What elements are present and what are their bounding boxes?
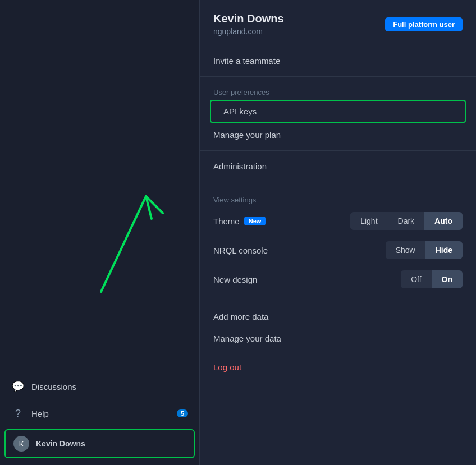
manage-plan-label: Manage your plan (213, 130, 281, 140)
administration-label: Administration (213, 162, 267, 171)
help-badge: 5 (177, 409, 188, 417)
administration-section: Administration (200, 151, 476, 182)
nrql-hide-btn[interactable]: Hide (425, 241, 463, 259)
sidebar-username: Kevin Downs (36, 439, 85, 448)
discussions-icon: 💬 (11, 380, 25, 393)
user-header-info: Kevin Downs ngupland.com (213, 12, 284, 36)
api-keys-item[interactable]: API keys (210, 100, 466, 123)
user-header: Kevin Downs ngupland.com Full platform u… (200, 0, 476, 45)
logout-label: Log out (213, 362, 241, 372)
theme-setting-label: Theme New (213, 217, 266, 226)
manage-data-label: Manage your data (213, 334, 281, 343)
sidebar-user[interactable]: K Kevin Downs (4, 429, 195, 458)
theme-new-badge: New (244, 217, 266, 225)
theme-label-text: Theme (213, 217, 240, 226)
new-design-toggle-group: Off On (401, 270, 463, 288)
add-more-data-label: Add more data (213, 312, 268, 321)
nrql-label-text: NRQL console (213, 246, 268, 255)
avatar-initial: K (19, 440, 24, 448)
new-design-off-btn[interactable]: Off (401, 270, 431, 288)
preferences-section: User preferences API keys Manage your pl… (200, 77, 476, 151)
nrql-show-btn[interactable]: Show (386, 241, 425, 259)
sidebar: 💬 Discussions ? Help 5 K Kevin Downs (0, 0, 199, 465)
nrql-setting-label: NRQL console (213, 246, 268, 255)
api-keys-label: API keys (223, 107, 257, 116)
user-name: Kevin Downs (213, 12, 284, 25)
manage-data-item[interactable]: Manage your data (200, 328, 476, 349)
nrql-setting-row: NRQL console Show Hide (200, 236, 476, 265)
help-label: Help (31, 409, 49, 418)
view-settings-label: View settings (200, 189, 476, 206)
sidebar-bottom: 💬 Discussions ? Help 5 K Kevin Downs (0, 373, 199, 465)
discussions-label: Discussions (31, 382, 76, 392)
bottom-links-section: Add more data Manage your data (200, 301, 476, 354)
invite-section: Invite a teammate (200, 45, 476, 77)
theme-toggle-group: Light Dark Auto (350, 212, 463, 230)
theme-light-btn[interactable]: Light (350, 212, 387, 230)
logout-item[interactable]: Log out (200, 354, 476, 380)
manage-plan-item[interactable]: Manage your plan (200, 124, 476, 146)
sidebar-item-help[interactable]: ? Help 5 (0, 400, 199, 427)
administration-item[interactable]: Administration (200, 155, 476, 177)
sidebar-item-discussions[interactable]: 💬 Discussions (0, 373, 199, 400)
view-settings-section: View settings Theme New Light Dark Auto … (200, 182, 476, 301)
new-design-on-btn[interactable]: On (432, 270, 463, 288)
preferences-section-label: User preferences (200, 81, 476, 99)
theme-setting-row: Theme New Light Dark Auto (200, 206, 476, 236)
user-type-badge: Full platform user (385, 17, 463, 31)
theme-dark-btn[interactable]: Dark (388, 212, 425, 230)
theme-auto-btn[interactable]: Auto (424, 212, 463, 230)
arrow-annotation (34, 168, 180, 297)
invite-teammate-item[interactable]: Invite a teammate (200, 50, 476, 72)
new-design-setting-row: New design Off On (200, 265, 476, 294)
new-design-setting-label: New design (213, 275, 257, 284)
user-email: ngupland.com (213, 27, 284, 36)
add-more-data-item[interactable]: Add more data (200, 306, 476, 328)
avatar: K (13, 436, 29, 452)
dropdown-menu: Kevin Downs ngupland.com Full platform u… (199, 0, 476, 465)
invite-teammate-label: Invite a teammate (213, 56, 280, 66)
nrql-toggle-group: Show Hide (386, 241, 463, 259)
help-icon: ? (11, 407, 25, 420)
new-design-label-text: New design (213, 275, 257, 284)
